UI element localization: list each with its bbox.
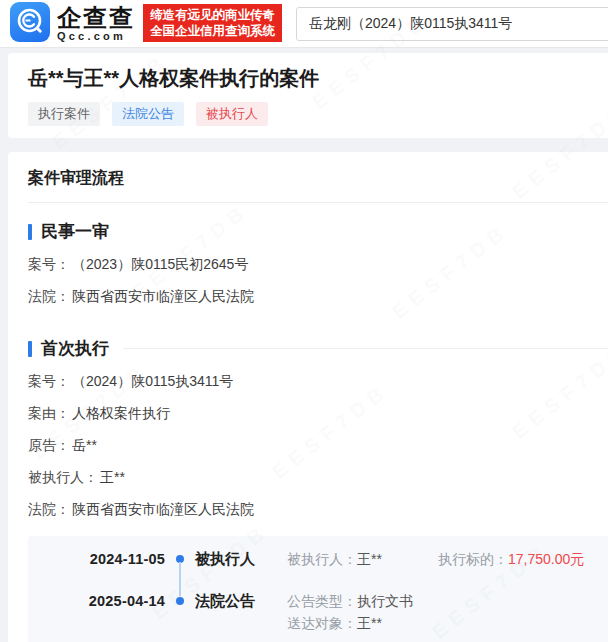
brand-slogan-badge: 缔造有远见的商业传奇 全国企业信用查询系统 [143,4,282,42]
section-title-flow: 案件审理流程 [28,170,608,186]
kv-value: 人格权案件执行 [72,405,170,421]
slogan-line-1: 缔造有远见的商业传奇 [150,7,275,23]
timeline-row: 2024-11-05 被执行人 被执行人：王** 执行标的：17,750.00元 [28,549,608,569]
timeline-detail-announcement-type: 公告类型：执行文书 [287,591,608,611]
brand-name: 企查查 [57,6,135,29]
kv-row-case-number: 案号：（2024）陕0115执3411号 [28,374,608,389]
kv-row-plaintiff: 原告：岳** [28,438,608,453]
timeline-detail-amount: 执行标的：17,750.00元 [438,549,589,569]
page: 企查查 Qcc.com 缔造有远见的商业传奇 全国企业信用查询系统 岳**与王*… [0,0,608,642]
tag-row: 执行案件 法院公告 被执行人 [28,102,608,126]
kv-label: 案号： [28,256,70,272]
kv-value: 陕西省西安市临潼区人民法院 [72,501,254,517]
site-header: 企查查 Qcc.com 缔造有远见的商业传奇 全国企业信用查询系统 [0,0,608,48]
timeline-stage: 被执行人 [195,549,287,569]
tag-execution-case: 执行案件 [28,102,100,126]
stage-name: 民事一审 [41,223,109,240]
stage-header-first-execution: 首次执行 [28,340,608,357]
magnifier-q-icon [10,2,50,42]
detail-label: 执行标的： [438,551,508,567]
detail-label: 被执行人： [287,551,357,567]
stage-name: 首次执行 [41,340,109,357]
execution-amount: 17,750.00元 [508,551,584,567]
kv-row-court: 法院：陕西省西安市临潼区人民法院 [28,502,608,517]
timeline-connector-line [179,562,181,596]
kv-value: 岳** [72,437,97,453]
timeline-details: 被执行人：王** 执行标的：17,750.00元 [287,549,608,569]
brand-domain: Qcc.com [57,30,135,42]
kv-value: 王** [100,469,125,485]
kv-label: 案由： [28,405,70,421]
timeline-row: 2025-04-14 法院公告 公告类型：执行文书 送达对象：王** [28,591,608,633]
detail-label: 送达对象： [287,615,357,631]
kv-value: （2023）陕0115民初2645号 [72,256,248,272]
stage-header-civil-first-instance: 民事一审 [28,223,608,240]
stage-accent-bar [28,341,32,357]
timeline-date: 2024-11-05 [28,549,165,569]
kv-row-court: 法院：陕西省西安市临潼区人民法院 [28,289,608,304]
kv-value: （2024）陕0115执3411号 [72,373,233,389]
tag-person-executed: 被执行人 [196,102,268,126]
slogan-line-2: 全国企业信用查询系统 [150,23,275,39]
case-flow-card: 案件审理流程 民事一审 案号：（2023）陕0115民初2645号 法院：陕西省… [8,152,608,642]
qcc-logo-icon[interactable] [10,2,50,42]
kv-label: 法院： [28,501,70,517]
page-title: 岳**与王**人格权案件执行的案件 [28,65,608,91]
kv-row-cause: 案由：人格权案件执行 [28,406,608,421]
execution-timeline: 2024-11-05 被执行人 被执行人：王** 执行标的：17,750.00元… [28,536,608,642]
timeline-dot-cell [165,549,195,563]
kv-value: 陕西省西安市临潼区人民法院 [72,288,254,304]
timeline-date: 2025-04-14 [28,591,165,611]
timeline-details: 公告类型：执行文书 送达对象：王** [287,591,608,633]
kv-label: 案号： [28,373,70,389]
detail-value: 执行文书 [357,593,413,609]
case-title-card: 岳**与王**人格权案件执行的案件 执行案件 法院公告 被执行人 [8,53,608,138]
timeline-detail-served-party: 送达对象：王** [287,613,608,633]
detail-value: 王** [357,551,382,567]
kv-label: 被执行人： [28,469,98,485]
tag-court-announcement: 法院公告 [112,102,184,126]
kv-row-case-number: 案号：（2023）陕0115民初2645号 [28,257,608,272]
detail-value: 王** [357,615,382,631]
timeline-detail-person: 被执行人：王** [287,549,438,569]
timeline-dot-icon [176,597,184,605]
detail-label: 公告类型： [287,593,357,609]
kv-label: 法院： [28,288,70,304]
timeline-stage: 法院公告 [195,591,287,611]
kv-row-person-executed: 被执行人：王** [28,470,608,485]
brand-text[interactable]: 企查查 Qcc.com [57,6,135,42]
kv-label: 原告： [28,437,70,453]
stage-header-rule [123,348,608,349]
search-input[interactable] [296,7,608,41]
section-divider [28,202,608,203]
stage-accent-bar [28,224,32,240]
